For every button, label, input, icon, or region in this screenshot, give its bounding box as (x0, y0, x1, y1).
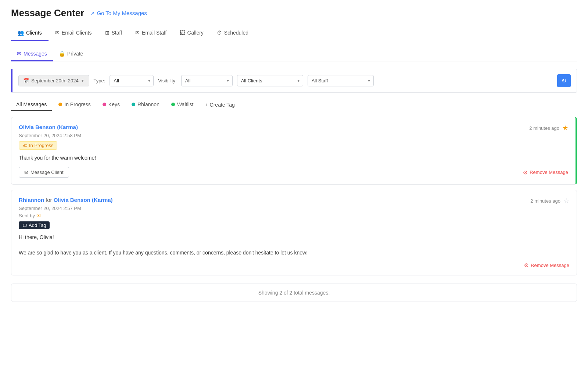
messages-subtab-icon: ✉ (17, 51, 21, 57)
message-body-1: Thank you for the warm welcome! (19, 154, 568, 162)
sub-tab-private[interactable]: 🔒 Private (53, 47, 89, 61)
tab-clients[interactable]: 👥 Clients (11, 25, 49, 41)
private-subtab-icon: 🔒 (59, 51, 65, 57)
add-tag-icon-2: 🏷 (22, 223, 27, 228)
staff-select[interactable]: All Staff (308, 75, 374, 86)
type-label: Type: (94, 78, 105, 83)
tab-email-staff[interactable]: ✉ Email Staff (129, 25, 173, 41)
sent-by-2: Sent by ✉ (19, 213, 569, 218)
message-time-1: 2 minutes ago ★ (529, 124, 568, 132)
add-tag-button-2[interactable]: 🏷 Add Tag (19, 221, 50, 229)
message-client-envelope-icon: ✉ (24, 170, 28, 175)
remove-icon-2: ⊗ (524, 262, 529, 268)
message-card-1: Olivia Benson (Karma) 2 minutes ago ★ Se… (11, 117, 577, 185)
message-sender-info-1: Olivia Benson (Karma) (19, 124, 78, 130)
tag-filter-in-progress[interactable]: In Progress (53, 99, 96, 111)
date-dropdown-icon: ▼ (81, 79, 85, 83)
type-select-wrapper: All Incoming Outgoing (110, 75, 154, 86)
message-card-2: Rhiannon for Olivia Benson (Karma) 2 min… (11, 190, 577, 275)
clients-select[interactable]: All Clients (237, 75, 303, 86)
star-button-1[interactable]: ★ (562, 124, 568, 132)
calendar-icon: 📅 (23, 78, 29, 83)
message-tag-area-1: 🏷 In Progress (19, 138, 568, 150)
page-title: Message Center (11, 7, 84, 19)
sent-by-envelope-icon-2: ✉ (36, 213, 41, 218)
all-messages-label: All Messages (16, 101, 47, 107)
messages-list: Olivia Benson (Karma) 2 minutes ago ★ Se… (11, 117, 577, 281)
remove-icon-1: ⊗ (523, 169, 528, 176)
tags-filter-row: All Messages In Progress Keys Rhiannon W… (11, 99, 577, 111)
message-actions-1: ✉ Message Client ⊗ Remove Message (19, 167, 568, 178)
tab-staff[interactable]: ⊞ Staff (98, 25, 129, 41)
refresh-icon: ↻ (562, 77, 566, 84)
message-date-1: September 20, 2024 2:58 PM (19, 133, 568, 138)
remove-message-button-1[interactable]: ⊗ Remove Message (523, 169, 568, 176)
email-clients-icon: ✉ (55, 30, 60, 36)
message-for-client-2[interactable]: Olivia Benson (Karma) (54, 197, 113, 203)
message-tag-area-2: 🏷 Add Tag (19, 218, 569, 229)
email-staff-icon: ✉ (135, 30, 140, 36)
message-client-button-1[interactable]: ✉ Message Client (19, 167, 69, 178)
go-to-messages-label: Go To My Messages (97, 10, 147, 16)
waitlist-dot (171, 103, 175, 106)
message-for-label-2: for Olivia Benson (Karma) (46, 197, 113, 203)
gallery-icon: 🖼 (180, 30, 185, 36)
staff-select-wrapper: All Staff (308, 75, 374, 86)
refresh-button[interactable]: ↻ (557, 74, 571, 87)
tag-icon-1: 🏷 (23, 143, 27, 148)
tag-filter-waitlist[interactable]: Waitlist (166, 99, 199, 111)
in-progress-dot (58, 103, 62, 106)
go-to-messages-link[interactable]: ↗ Go To My Messages (90, 10, 147, 17)
message-date-2: September 20, 2024 2:57 PM (19, 206, 569, 211)
visibility-select[interactable]: All Public Private (181, 75, 233, 86)
message-actions-2: ⊗ Remove Message (19, 262, 569, 268)
date-picker[interactable]: 📅 September 20th, 2024 ▼ (18, 75, 89, 86)
message-tag-in-progress-1[interactable]: 🏷 In Progress (19, 141, 57, 150)
keys-dot (103, 103, 106, 106)
message-time-2: 2 minutes ago ☆ (530, 197, 569, 205)
message-sender-2[interactable]: Rhiannon (19, 197, 44, 203)
tab-gallery[interactable]: 🖼 Gallery (173, 25, 210, 41)
scheduled-icon: ⏱ (217, 30, 222, 36)
tab-email-clients[interactable]: ✉ Email Clients (49, 25, 98, 41)
create-tag-button[interactable]: + Create Tag (200, 99, 240, 111)
staff-icon: ⊞ (105, 30, 110, 36)
rhiannon-dot (132, 103, 135, 106)
sub-tabs: ✉ Messages 🔒 Private (11, 47, 577, 61)
remove-message-button-2[interactable]: ⊗ Remove Message (524, 262, 569, 268)
tag-filter-rhiannon[interactable]: Rhiannon (126, 99, 165, 111)
message-header-2: Rhiannon for Olivia Benson (Karma) 2 min… (19, 197, 569, 205)
tag-filter-all[interactable]: All Messages (11, 99, 52, 111)
type-select[interactable]: All Incoming Outgoing (110, 75, 154, 86)
top-tabs: 👥 Clients ✉ Email Clients ⊞ Staff ✉ Emai… (11, 25, 577, 41)
message-sender-1[interactable]: Olivia Benson (Karma) (19, 124, 78, 130)
filter-bar: 📅 September 20th, 2024 ▼ Type: All Incom… (11, 69, 577, 93)
tag-filter-keys[interactable]: Keys (97, 99, 125, 111)
clients-icon: 👥 (18, 30, 24, 36)
message-header-1: Olivia Benson (Karma) 2 minutes ago ★ (19, 124, 568, 132)
star-button-2[interactable]: ☆ (563, 197, 569, 205)
message-body-2: Hi there, Olivia! We are so glad to have… (19, 234, 569, 257)
sub-tab-messages[interactable]: ✉ Messages (11, 47, 53, 61)
tab-scheduled[interactable]: ⏱ Scheduled (210, 25, 255, 41)
visibility-select-wrapper: All Public Private (181, 75, 233, 86)
clients-select-wrapper: All Clients (237, 75, 303, 86)
messages-footer: Showing 2 of 2 total messages. (11, 284, 577, 302)
visibility-label: Visibility: (158, 78, 176, 83)
external-link-icon: ↗ (90, 10, 95, 17)
footer-text: Showing 2 of 2 total messages. (258, 290, 330, 296)
message-sender-info-2: Rhiannon for Olivia Benson (Karma) (19, 197, 113, 203)
